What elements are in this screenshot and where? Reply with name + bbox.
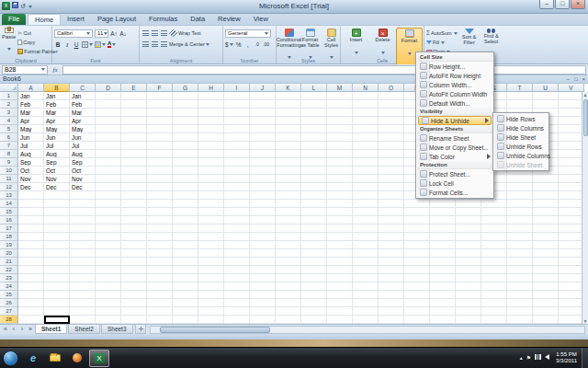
name-box[interactable]: B28 bbox=[2, 65, 48, 75]
cell-J2[interactable] bbox=[250, 100, 276, 109]
cell-H1[interactable] bbox=[198, 92, 224, 100]
cell-N6[interactable] bbox=[353, 133, 379, 142]
column-header-D[interactable]: D bbox=[96, 84, 121, 92]
submenu-item-unhide-columns[interactable]: Unhide Columns bbox=[494, 151, 548, 160]
cell-G2[interactable] bbox=[173, 100, 198, 109]
cell-R17[interactable] bbox=[456, 224, 481, 233]
cell-L8[interactable] bbox=[301, 150, 327, 158]
cell-D2[interactable] bbox=[96, 100, 121, 109]
menu-item-tab-color[interactable]: Tab Color bbox=[417, 152, 492, 161]
cell-C13[interactable] bbox=[70, 191, 96, 200]
cell-T20[interactable] bbox=[507, 249, 533, 258]
cell-F17[interactable] bbox=[147, 224, 173, 233]
horizontal-scrollbar[interactable] bbox=[150, 326, 585, 334]
cell-E21[interactable] bbox=[121, 258, 147, 266]
cell-A7[interactable]: Jul bbox=[18, 142, 44, 150]
cell-E23[interactable] bbox=[121, 274, 147, 282]
cell-K23[interactable] bbox=[276, 274, 301, 282]
cell-U17[interactable] bbox=[533, 224, 559, 233]
cell-E17[interactable] bbox=[121, 224, 147, 233]
cell-H17[interactable] bbox=[198, 224, 224, 233]
cell-C4[interactable]: Apr bbox=[70, 117, 96, 125]
cell-U11[interactable] bbox=[533, 175, 559, 183]
cell-E14[interactable] bbox=[121, 200, 147, 208]
cell-N16[interactable] bbox=[353, 216, 379, 224]
cell-G20[interactable] bbox=[173, 249, 198, 258]
cell-J7[interactable] bbox=[250, 142, 276, 150]
menu-item-default-width[interactable]: Default Width... bbox=[417, 98, 492, 108]
cell-G4[interactable] bbox=[173, 117, 198, 125]
cell-C24[interactable] bbox=[70, 282, 96, 291]
formula-input[interactable] bbox=[62, 65, 586, 75]
cell-O4[interactable] bbox=[379, 117, 404, 125]
cell-C3[interactable]: Mar bbox=[70, 109, 96, 117]
cell-I22[interactable] bbox=[224, 266, 250, 274]
cell-S15[interactable] bbox=[481, 208, 507, 216]
row-header-11[interactable]: 11 bbox=[0, 175, 18, 183]
row-header-21[interactable]: 21 bbox=[0, 258, 18, 266]
cell-V21[interactable] bbox=[559, 258, 584, 266]
cell-P18[interactable] bbox=[404, 233, 430, 241]
cell-C11[interactable]: Nov bbox=[70, 175, 96, 183]
cell-O17[interactable] bbox=[379, 224, 404, 233]
cell-K21[interactable] bbox=[276, 258, 301, 266]
cell-R27[interactable] bbox=[456, 307, 481, 316]
cell-V14[interactable] bbox=[559, 200, 584, 208]
cell-L4[interactable] bbox=[301, 117, 327, 125]
cell-D19[interactable] bbox=[96, 241, 121, 249]
cell-M8[interactable] bbox=[327, 150, 353, 158]
cell-C25[interactable] bbox=[70, 291, 96, 299]
cell-N13[interactable] bbox=[353, 191, 379, 200]
cell-P22[interactable] bbox=[404, 266, 430, 274]
fill-color-button[interactable] bbox=[95, 40, 106, 49]
cell-O21[interactable] bbox=[379, 258, 404, 266]
cell-J26[interactable] bbox=[250, 299, 276, 307]
cell-C10[interactable]: Oct bbox=[70, 167, 96, 175]
cell-F5[interactable] bbox=[147, 125, 173, 133]
percent-button[interactable]: % bbox=[235, 40, 243, 49]
cell-R23[interactable] bbox=[456, 274, 481, 282]
cell-P28[interactable] bbox=[404, 316, 430, 324]
ribbon-tab-insert[interactable]: Insert bbox=[61, 14, 91, 25]
cell-J17[interactable] bbox=[250, 224, 276, 233]
cell-D27[interactable] bbox=[96, 307, 121, 316]
cell-L16[interactable] bbox=[301, 216, 327, 224]
cell-T24[interactable] bbox=[507, 282, 533, 291]
cell-R14[interactable] bbox=[456, 200, 481, 208]
cell-D16[interactable] bbox=[96, 216, 121, 224]
cell-O8[interactable] bbox=[379, 150, 404, 158]
cell-E18[interactable] bbox=[121, 233, 147, 241]
cell-N17[interactable] bbox=[353, 224, 379, 233]
cell-A24[interactable] bbox=[18, 282, 44, 291]
cell-V20[interactable] bbox=[559, 249, 584, 258]
cell-L17[interactable] bbox=[301, 224, 327, 233]
cell-A13[interactable] bbox=[18, 191, 44, 200]
cell-L22[interactable] bbox=[301, 266, 327, 274]
cell-F10[interactable] bbox=[147, 167, 173, 175]
row-header-8[interactable]: 8 bbox=[0, 150, 18, 158]
cell-D20[interactable] bbox=[96, 249, 121, 258]
cell-V10[interactable] bbox=[559, 167, 584, 175]
cell-D26[interactable] bbox=[96, 299, 121, 307]
cell-T18[interactable] bbox=[507, 233, 533, 241]
cell-O25[interactable] bbox=[379, 291, 404, 299]
cell-L21[interactable] bbox=[301, 258, 327, 266]
cell-U26[interactable] bbox=[533, 299, 559, 307]
cell-T27[interactable] bbox=[507, 307, 533, 316]
cell-E4[interactable] bbox=[121, 117, 147, 125]
cell-L25[interactable] bbox=[301, 291, 327, 299]
workbook-maximize-button[interactable]: □ bbox=[574, 76, 578, 82]
titlebar[interactable]: X ↺ Microsoft Excel [Trial] – □ × bbox=[0, 0, 588, 14]
cell-L7[interactable] bbox=[301, 142, 327, 150]
cell-N5[interactable] bbox=[353, 125, 379, 133]
cell-I2[interactable] bbox=[224, 100, 250, 109]
cell-H27[interactable] bbox=[198, 307, 224, 316]
cell-N11[interactable] bbox=[353, 175, 379, 183]
minimize-button[interactable]: – bbox=[539, 0, 554, 9]
cell-J6[interactable] bbox=[250, 133, 276, 142]
cell-I12[interactable] bbox=[224, 183, 250, 191]
cell-J18[interactable] bbox=[250, 233, 276, 241]
cell-S20[interactable] bbox=[481, 249, 507, 258]
last-sheet-button[interactable]: » bbox=[27, 325, 34, 334]
cell-L6[interactable] bbox=[301, 133, 327, 142]
